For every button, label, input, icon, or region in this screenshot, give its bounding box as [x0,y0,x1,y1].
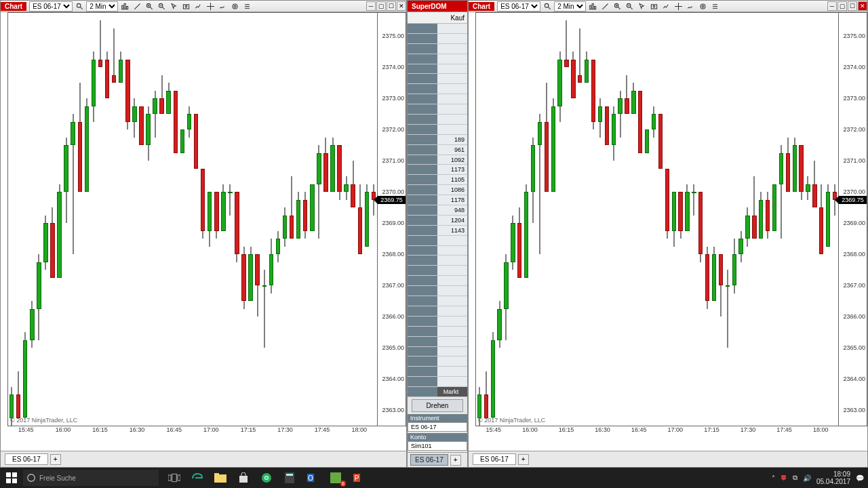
ladder-row[interactable] [408,74,467,84]
calculator-icon[interactable] [278,468,301,488]
tray-chevron-icon[interactable]: ˄ [772,474,775,482]
system-tray[interactable]: ˄ ⛊ ⧉ 🔊 18:09 05.04.2017 💬 [772,470,868,485]
draw-icon[interactable] [599,1,610,12]
ladder-row[interactable]: 1178 [408,195,467,205]
market-row[interactable]: Markt [408,387,467,397]
ladder-row[interactable] [408,347,467,357]
restore-button[interactable]: ▢ [837,1,847,11]
bars-icon[interactable] [119,1,130,12]
search-box[interactable]: Freie Suche [23,470,159,486]
ladder-row[interactable]: 961 [408,145,467,155]
ladder-row[interactable] [408,296,467,306]
zoom-in-icon[interactable] [612,1,623,12]
add-tab-button[interactable]: + [518,454,529,465]
close-button[interactable]: ✕ [858,1,867,11]
indicators-icon[interactable] [217,1,228,12]
maximize-button[interactable]: ☐ [387,1,396,11]
minimize-button[interactable]: ─ [827,1,837,11]
clock[interactable]: 18:09 05.04.2017 [816,470,850,485]
ladder-row[interactable] [408,357,467,367]
draw-icon[interactable] [132,1,142,12]
tray-network-icon[interactable]: ⧉ [793,474,797,482]
data-series-icon[interactable] [193,1,203,12]
ladder-row[interactable] [408,317,467,327]
instrument-value[interactable]: ES 06-17 [408,422,467,432]
ladder-row[interactable]: 948 [408,205,467,216]
ladder-row[interactable] [408,64,467,75]
ninjatrader-icon[interactable]: 8 [324,468,347,488]
ladder-row[interactable]: 1086 [408,185,467,195]
ladder-row[interactable]: 1204 [408,216,467,226]
price-chart-left[interactable] [7,12,378,426]
ladder-row[interactable] [408,337,467,347]
price-chart-right[interactable] [475,12,839,426]
close-button[interactable]: ✕ [397,1,406,11]
tray-volume-icon[interactable]: 🔊 [803,474,811,482]
taskview-icon[interactable] [163,468,186,488]
ladder-row[interactable] [408,34,467,44]
interval-select[interactable]: 2 Min [554,1,586,12]
zoom-out-icon[interactable] [156,1,167,12]
bars-icon[interactable] [587,1,598,12]
ladder-row[interactable] [408,327,467,337]
interval-select[interactable]: 2 Min [86,1,118,12]
chart-tab[interactable]: ES 06-17 [5,453,48,465]
indicators-icon[interactable] [685,1,696,12]
notifications-icon[interactable]: 💬 [856,474,864,482]
search-icon[interactable] [74,1,85,12]
instrument-select[interactable]: ES 06-17 [29,1,73,12]
chrome-icon[interactable] [255,468,278,488]
ladder-row[interactable] [408,54,467,64]
snapshot-icon[interactable] [648,1,659,12]
y-axis-left[interactable]: 2375.002374.002373.002372.002371.002370.… [378,12,406,426]
start-button[interactable] [0,468,23,488]
ladder-row[interactable] [408,125,467,135]
ladder-row[interactable]: 1105 [408,175,467,185]
explorer-icon[interactable] [209,468,232,488]
ladder-row[interactable] [408,24,467,34]
minimize-button[interactable]: ─ [366,1,376,11]
snapshot-icon[interactable] [180,1,191,12]
properties-icon[interactable] [709,1,720,12]
search-icon[interactable] [542,1,553,12]
maximize-button[interactable]: ☐ [848,1,857,11]
ladder-row[interactable]: 189 [408,135,467,145]
zoom-in-icon[interactable] [144,1,155,12]
ladder-row[interactable] [408,104,467,115]
data-series-icon[interactable] [660,1,671,12]
crosshair-icon[interactable] [673,1,684,12]
dom-tab[interactable]: ES 06-17 [410,454,448,466]
ladder-row[interactable] [408,84,467,94]
outlook-icon[interactable]: O [301,468,324,488]
ladder-row[interactable]: 1143 [408,226,467,236]
zoom-out-icon[interactable] [624,1,635,12]
ladder-row[interactable] [408,377,467,387]
ladder-row[interactable] [408,256,467,266]
tray-shield-icon[interactable]: ⛊ [781,474,787,482]
ladder-row[interactable] [408,367,467,377]
ladder-row[interactable] [408,306,467,317]
add-tab-button[interactable]: + [50,454,61,465]
edge-icon[interactable] [186,468,209,488]
price-ladder[interactable]: 1899611092117311051086117894812041143Mar… [408,24,467,397]
instrument-select[interactable]: ES 06-17 [497,1,540,12]
store-icon[interactable] [232,468,255,488]
restore-button[interactable]: ▢ [376,1,386,11]
ladder-row[interactable]: 1173 [408,165,467,175]
crosshair-icon[interactable] [205,1,216,12]
powerpoint-icon[interactable]: P [347,468,370,488]
ladder-row[interactable] [408,115,467,125]
ladder-row[interactable] [408,94,467,104]
rotate-button[interactable]: Drehen [412,399,463,412]
add-tab-button[interactable]: + [450,455,461,466]
cursor-icon[interactable] [168,1,179,12]
ladder-row[interactable]: 1092 [408,155,467,165]
strategies-icon[interactable] [697,1,708,12]
account-value[interactable]: Sim101 [408,441,467,451]
y-axis-right[interactable]: 2375.002374.002373.002372.002371.002370.… [839,12,867,426]
properties-icon[interactable] [241,1,252,12]
ladder-row[interactable] [408,246,467,256]
strategies-icon[interactable] [229,1,240,12]
chart-tab[interactable]: ES 06-17 [473,453,516,465]
ladder-row[interactable] [408,276,467,286]
